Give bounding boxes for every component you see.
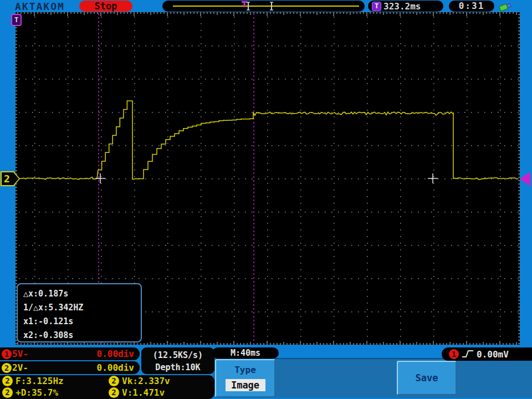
- measurement-value: V:1.471v: [122, 387, 165, 398]
- measurement-vk: 2 Vk:2.337v: [109, 376, 170, 386]
- trigger-t-icon: T: [372, 2, 381, 11]
- measurement-duty: 2 +D:35.7%: [2, 387, 58, 398]
- trigger-offset-value: 323.2ms: [383, 1, 421, 12]
- measurement-frequency: 2 F:3.125Hz: [2, 376, 64, 386]
- cursor-dx-value: △x:0.187s: [23, 287, 141, 301]
- trigger-source-badge: 1: [449, 349, 459, 359]
- channel1-offset: 0.00div: [97, 349, 134, 359]
- channel2-offset: 0.00div: [97, 362, 134, 373]
- clock-display: 0:31: [449, 1, 494, 12]
- record-depth: Depth:10K: [141, 361, 214, 374]
- oscilloscope-screen: AKTAKOM Stop T 323.2ms 0:31 T 2 △x:0.187…: [0, 0, 532, 399]
- type-value-selected[interactable]: Image: [226, 379, 265, 391]
- measurement-channel-badge: 2: [2, 387, 13, 398]
- measurement-voltage: 2 V:1.471v: [109, 387, 165, 398]
- trigger-level-value: 0.00mV: [477, 349, 509, 360]
- measurement-channel-badge: 2: [2, 376, 13, 386]
- measurements-panel: 2 F:3.125Hz 2 Vk:2.337v 2 +D:35.7% 2 V:1…: [0, 375, 214, 399]
- channel2-marker-label: 2: [4, 172, 10, 185]
- measurement-channel-badge: 2: [109, 376, 119, 386]
- measurement-value: Vk:2.337v: [122, 376, 170, 386]
- channel1-status: 1 5V- 0.00div: [0, 347, 140, 360]
- measurement-channel-badge: 2: [109, 387, 119, 398]
- type-button-label: Type: [216, 365, 274, 375]
- cursor-measurement-panel: △x:0.187s 1/△x:5.342HZ x1:-0.121s x2:-0.…: [17, 283, 142, 342]
- acquisition-info: (12.5KS/s) Depth:10K: [141, 347, 214, 374]
- run-stop-indicator[interactable]: Stop: [79, 1, 132, 12]
- trigger-status: 1 0.00mV: [442, 347, 532, 361]
- channel1-scale: 5V-: [12, 349, 28, 359]
- cursor-x2-value: x2:-0.308s: [23, 329, 141, 342]
- cursor-x1-value: x1:-0.121s: [23, 315, 141, 329]
- trigger-level-arrow[interactable]: [520, 172, 530, 186]
- channel2-scale: 2V-: [12, 362, 28, 373]
- channel2-status: 2 2V- 0.00div: [0, 361, 140, 374]
- type-button[interactable]: Type Image: [215, 359, 275, 397]
- timebase-display: M:40ms: [212, 347, 279, 359]
- trigger-offset-display: T 323.2ms: [368, 1, 443, 12]
- measurement-value: F:3.125Hz: [16, 376, 64, 386]
- channel1-badge: 1: [2, 349, 12, 359]
- top-bar: AKTAKOM Stop T 323.2ms 0:31: [0, 0, 532, 12]
- rising-edge-icon: [462, 349, 474, 359]
- brand-logo: AKTAKOM: [15, 1, 65, 12]
- record-waveform-line: [173, 6, 359, 7]
- status-bar: 1 5V- 0.00div 2 2V- 0.00div (12.5KS/s) D…: [0, 345, 532, 399]
- save-button[interactable]: Save: [397, 361, 457, 395]
- cursor-freq-value: 1/△x:5.342HZ: [23, 301, 141, 315]
- sample-rate: (12.5KS/s): [141, 349, 214, 361]
- trigger-position-badge[interactable]: T: [11, 14, 22, 26]
- record-position-bar[interactable]: [162, 1, 365, 12]
- channel2-badge: 2: [2, 363, 12, 373]
- measurement-value: +D:35.7%: [16, 387, 58, 398]
